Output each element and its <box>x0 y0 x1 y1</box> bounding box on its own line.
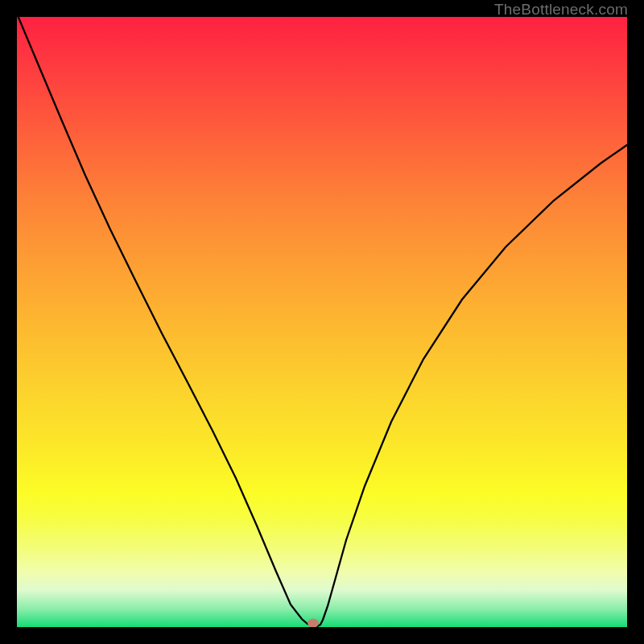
bottleneck-curve <box>17 17 627 627</box>
optimal-point-marker <box>308 619 319 627</box>
chart-frame: TheBottleneck.com <box>0 0 644 644</box>
plot-area <box>17 17 627 627</box>
watermark-text: TheBottleneck.com <box>494 1 628 19</box>
